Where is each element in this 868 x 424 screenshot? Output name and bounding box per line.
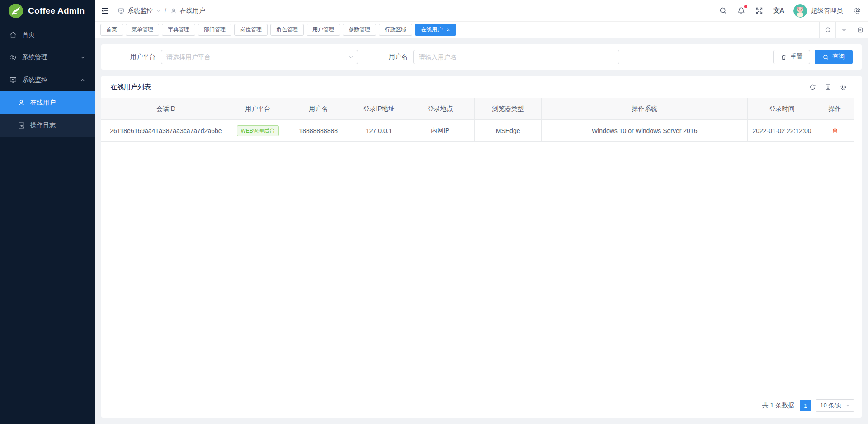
- username-label: 用户名: [389, 53, 408, 61]
- platform-label: 用户平台: [130, 53, 156, 61]
- card-title: 在线用户列表: [110, 83, 151, 91]
- top-header: 系统监控 / 在线用户: [95, 0, 868, 22]
- tab-online-users[interactable]: 在线用户: [415, 24, 456, 36]
- header-actions: 文A 超级管理员: [719, 4, 862, 18]
- refresh-tabs-icon[interactable]: [819, 22, 835, 38]
- online-users-card: 在线用户列表: [101, 76, 862, 418]
- sidebar-item-label: 系统监控: [22, 76, 47, 84]
- col-platform: 用户平台: [231, 98, 285, 120]
- fullscreen-icon[interactable]: [755, 6, 764, 15]
- tab-controls: [819, 22, 868, 38]
- page-size-value: 10 条/页: [820, 401, 842, 410]
- col-location: 登录地点: [406, 98, 474, 120]
- sidebar-submenu-monitoring: 在线用户 操作日志: [0, 91, 95, 137]
- tab-bar: 首页 菜单管理 字典管理 部门管理 岗位管理 角色管理 用户管理 参数管理 行政…: [95, 22, 868, 38]
- pagination: 共 1 条数据 1 10 条/页: [101, 399, 862, 418]
- breadcrumb: 系统监控 / 在线用户: [118, 7, 205, 15]
- tab-param-management[interactable]: 参数管理: [343, 24, 376, 36]
- tabs-dropdown-icon[interactable]: [835, 22, 852, 38]
- tab-menu-management[interactable]: 菜单管理: [126, 24, 159, 36]
- col-username: 用户名: [285, 98, 352, 120]
- col-ip: 登录IP地址: [352, 98, 406, 120]
- cell-login-time: 2022-01-02 22:12:00: [748, 120, 816, 142]
- row-density-icon[interactable]: [824, 83, 832, 91]
- tab-role-management[interactable]: 角色管理: [270, 24, 304, 36]
- delete-session-trash-icon[interactable]: [831, 127, 839, 134]
- tab-post-management[interactable]: 岗位管理: [234, 24, 268, 36]
- breadcrumb-current-label: 在线用户: [180, 7, 205, 15]
- breadcrumb-current: 在线用户: [170, 7, 205, 15]
- tab-admin-region[interactable]: 行政区域: [379, 24, 412, 36]
- page-content: 用户平台 用户名 重置 查询 在线用户列表: [95, 38, 868, 424]
- breadcrumb-parent[interactable]: 系统监控: [118, 7, 161, 15]
- breadcrumb-separator: /: [165, 7, 166, 14]
- column-settings-gear-icon[interactable]: [840, 83, 847, 91]
- breadcrumb-parent-label: 系统监控: [127, 7, 153, 15]
- pagination-page-1[interactable]: 1: [800, 400, 811, 411]
- chevron-down-icon: [845, 403, 850, 408]
- person-icon: [170, 7, 177, 14]
- query-button[interactable]: 查询: [815, 50, 853, 64]
- app-logo[interactable]: Coffee Admin: [0, 0, 95, 22]
- cell-os: Windows 10 or Windows Server 2016: [542, 120, 748, 142]
- query-button-label: 查询: [832, 53, 845, 61]
- cell-actions: [816, 120, 854, 142]
- tab-home[interactable]: 首页: [100, 24, 123, 36]
- chevron-down-icon: [80, 54, 86, 61]
- sidebar-menu: 首页 系统管理 系统监控 在线用户: [0, 24, 95, 137]
- monitor-icon: [9, 76, 17, 84]
- pagination-total: 共 1 条数据: [762, 401, 795, 410]
- sidebar-item-system-monitoring[interactable]: 系统监控: [0, 69, 95, 91]
- chevron-up-icon: [80, 77, 86, 83]
- gear-icon[interactable]: [853, 6, 862, 15]
- person-icon: [17, 99, 25, 107]
- sidebar-item-operation-logs[interactable]: 操作日志: [0, 114, 95, 137]
- sidebar-item-label: 系统管理: [22, 53, 47, 62]
- username-input[interactable]: [413, 50, 619, 64]
- online-users-table: 会话ID 用户平台 用户名 登录IP地址 登录地点 浏览器类型 操作系统 登录时…: [101, 98, 854, 142]
- sidebar-item-online-users[interactable]: 在线用户: [0, 91, 95, 114]
- user-name: 超级管理员: [811, 7, 843, 15]
- platform-select[interactable]: [161, 50, 358, 64]
- search-icon[interactable]: [719, 6, 727, 15]
- app-title: Coffee Admin: [28, 6, 85, 16]
- page-size-select[interactable]: 10 条/页: [816, 399, 854, 412]
- refresh-table-icon[interactable]: [809, 83, 816, 91]
- col-browser: 浏览器类型: [475, 98, 542, 120]
- reset-button[interactable]: 重置: [773, 50, 810, 64]
- sidebar: Coffee Admin 首页 系统管理 系统监控: [0, 0, 95, 424]
- sidebar-item-system-management[interactable]: 系统管理: [0, 46, 95, 69]
- table-row: 26118e6169aa41a387aa3ca7a7d2a6be WEB管理后台…: [101, 120, 854, 142]
- cell-platform: WEB管理后台: [231, 120, 285, 142]
- sidebar-item-label: 操作日志: [30, 121, 56, 129]
- col-actions: 操作: [816, 98, 854, 120]
- sidebar-collapse-icon[interactable]: [100, 6, 109, 15]
- tab-dict-management[interactable]: 字典管理: [162, 24, 195, 36]
- chevron-down-icon: [156, 8, 161, 14]
- maximize-content-icon[interactable]: [852, 22, 868, 38]
- sidebar-item-label: 首页: [22, 31, 35, 39]
- gear-icon: [9, 53, 17, 62]
- platform-select-input[interactable]: [161, 50, 358, 64]
- user-menu[interactable]: 超级管理员: [793, 4, 843, 18]
- tab-user-management[interactable]: 用户管理: [307, 24, 340, 36]
- tab-close-icon[interactable]: [446, 28, 450, 32]
- cell-location: 内网IP: [406, 120, 474, 142]
- col-os: 操作系统: [542, 98, 748, 120]
- col-session-id: 会话ID: [101, 98, 231, 120]
- table-tools: [809, 83, 847, 91]
- tab-dept-management[interactable]: 部门管理: [198, 24, 231, 36]
- notifications-bell-icon[interactable]: [737, 6, 745, 15]
- table-container: 会话ID 用户平台 用户名 登录IP地址 登录地点 浏览器类型 操作系统 登录时…: [101, 98, 862, 142]
- cell-browser: MSEdge: [475, 120, 542, 142]
- translate-icon[interactable]: 文A: [773, 6, 784, 15]
- avatar: [793, 4, 807, 18]
- trash-icon: [780, 54, 787, 61]
- open-tabs: 首页 菜单管理 字典管理 部门管理 岗位管理 角色管理 用户管理 参数管理 行政…: [100, 24, 819, 36]
- reset-button-label: 重置: [790, 53, 803, 61]
- sidebar-item-home[interactable]: 首页: [0, 24, 95, 46]
- cell-session-id: 26118e6169aa41a387aa3ca7a7d2a6be: [101, 120, 231, 142]
- home-icon: [9, 31, 17, 39]
- col-login-time: 登录时间: [748, 98, 816, 120]
- log-document-icon: [17, 121, 25, 129]
